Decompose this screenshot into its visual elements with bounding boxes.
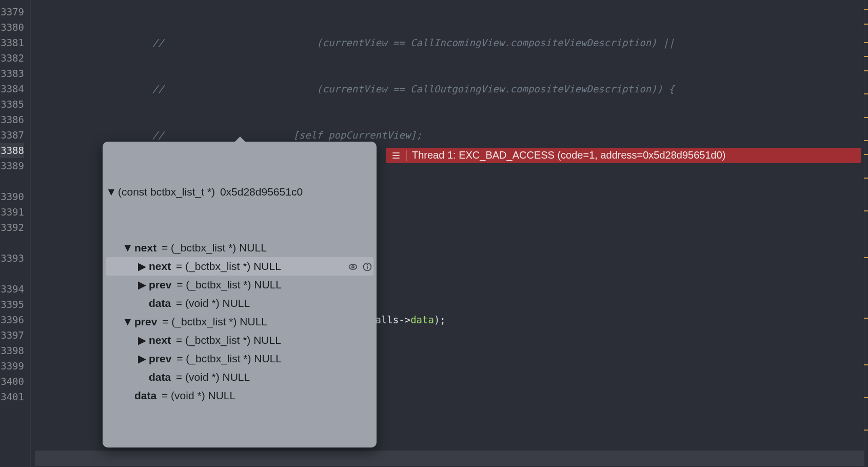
line-number[interactable]: 3391	[0, 204, 24, 220]
line-number[interactable]: 3380	[0, 20, 24, 35]
line-gutter[interactable]: 3379 3380 3381 3382 3383 3384 3385 3386 …	[0, 0, 31, 467]
thread-list-icon[interactable]	[386, 150, 406, 161]
line-number[interactable]: 3395	[0, 297, 24, 312]
line-number[interactable]: 3400	[0, 374, 24, 389]
line-number[interactable]: 3385	[0, 96, 24, 112]
line-number[interactable]	[0, 235, 24, 250]
disclosure-down-icon[interactable]: ▼	[123, 313, 132, 331]
code-comment: // (currentView == CallOutgoingView.comp…	[35, 83, 675, 94]
variable-name: prev	[149, 349, 171, 368]
popover-root: ▼ (const bctbx_list_t *) 0x5d28d95651c0	[106, 183, 373, 201]
variable-value: = (void *) NULL	[159, 386, 235, 405]
popover-root-addr: 0x5d28d95651c0	[220, 183, 303, 201]
line-number[interactable]: 3394	[0, 281, 24, 297]
variable-value: = (_bctbx_list *) NULL	[173, 349, 282, 368]
quick-look-icon[interactable]	[348, 257, 358, 276]
disclosure-right-icon[interactable]: ▶	[137, 276, 147, 294]
variable-name: next	[134, 239, 156, 257]
variable-value: = (void *) NULL	[173, 294, 250, 313]
disclosure-right-icon[interactable]: ▶	[137, 257, 147, 276]
popover-row[interactable]: ▶next = (_bctbx_list *) NULL	[106, 331, 373, 349]
variable-name: data	[149, 368, 171, 386]
line-number[interactable]: 3392	[0, 220, 24, 235]
line-number[interactable]: 3401	[0, 389, 24, 404]
disclosure-right-icon[interactable]: ▶	[137, 331, 147, 349]
line-number[interactable]: 3390	[0, 189, 24, 204]
popover-row[interactable]: ▶prev = (_bctbx_list *) NULL	[106, 349, 373, 368]
svg-point-4	[352, 266, 354, 268]
code-comment: // (currentView == CallIncomingView.comp…	[35, 37, 675, 48]
info-icon[interactable]	[362, 257, 372, 276]
line-number[interactable]: 3398	[0, 343, 24, 358]
popover-row[interactable]: ▶next = (_bctbx_list *) NULL	[106, 257, 373, 276]
code-area[interactable]: // (currentView == CallIncomingView.comp…	[31, 0, 868, 467]
line-number[interactable]: 3382	[0, 50, 24, 66]
disclosure-down-icon[interactable]: ▼	[107, 183, 116, 201]
line-number[interactable]: 3399	[0, 358, 24, 374]
variable-name: next	[149, 331, 171, 349]
current-exec-line	[35, 451, 868, 466]
line-number[interactable]: 3387	[0, 127, 24, 143]
popover-root-type: (const bctbx_list_t *)	[118, 183, 218, 201]
variable-value: = (_bctbx_list *) NULL	[173, 276, 282, 294]
line-number[interactable]: 3379	[0, 4, 24, 20]
disclosure-down-icon[interactable]: ▼	[123, 239, 132, 257]
line-number[interactable]: 3393	[0, 250, 24, 266]
disclosure-right-icon[interactable]: ▶	[137, 349, 147, 368]
line-number[interactable]: 3397	[0, 327, 24, 343]
line-number[interactable]: 3389	[0, 158, 24, 173]
popover-row[interactable]: ▶prev = (_bctbx_list *) NULL	[106, 276, 373, 294]
editor: 3379 3380 3381 3382 3383 3384 3385 3386 …	[0, 0, 868, 467]
popover-row[interactable]: data = (void *) NULL	[106, 386, 373, 405]
popover-row[interactable]: data = (void *) NULL	[106, 294, 373, 313]
line-number[interactable]: 3384	[0, 81, 24, 96]
line-number[interactable]	[0, 173, 24, 189]
line-number[interactable]	[0, 266, 24, 281]
exception-text: Thread 1: EXC_BAD_ACCESS (code=1, addres…	[407, 147, 731, 164]
popover-row[interactable]: ▼next = (_bctbx_list *) NULL	[106, 239, 373, 257]
line-number[interactable]: 3381	[0, 35, 24, 50]
variable-name: prev	[149, 276, 171, 294]
variable-value: = (void *) NULL	[173, 368, 250, 386]
scroll-minimap[interactable]	[864, 0, 868, 467]
svg-point-7	[367, 264, 367, 265]
variable-value: = (_bctbx_list *) NULL	[173, 331, 281, 349]
variable-inspector-popover[interactable]: ▼ (const bctbx_list_t *) 0x5d28d95651c0 …	[103, 142, 377, 447]
popover-row[interactable]: ▼prev = (_bctbx_list *) NULL	[106, 313, 373, 331]
variable-value: = (_bctbx_list *) NULL	[159, 313, 267, 331]
exception-banner[interactable]: Thread 1: EXC_BAD_ACCESS (code=1, addres…	[386, 148, 861, 163]
line-number[interactable]: 3383	[0, 66, 24, 81]
line-number[interactable]: 3386	[0, 112, 24, 127]
popover-row[interactable]: data = (void *) NULL	[106, 368, 373, 386]
variable-name: data	[134, 386, 156, 405]
code-comment: // [self popCurrentView];	[35, 129, 422, 141]
variable-name: data	[149, 294, 171, 313]
variable-name: prev	[134, 313, 157, 331]
variable-value: = (_bctbx_list *) NULL	[173, 257, 281, 276]
variable-name: next	[149, 257, 171, 276]
line-number[interactable]: 3388	[0, 143, 24, 158]
variable-value: = (_bctbx_list *) NULL	[159, 239, 267, 257]
line-number[interactable]: 3396	[0, 312, 24, 327]
svg-point-3	[349, 264, 357, 269]
